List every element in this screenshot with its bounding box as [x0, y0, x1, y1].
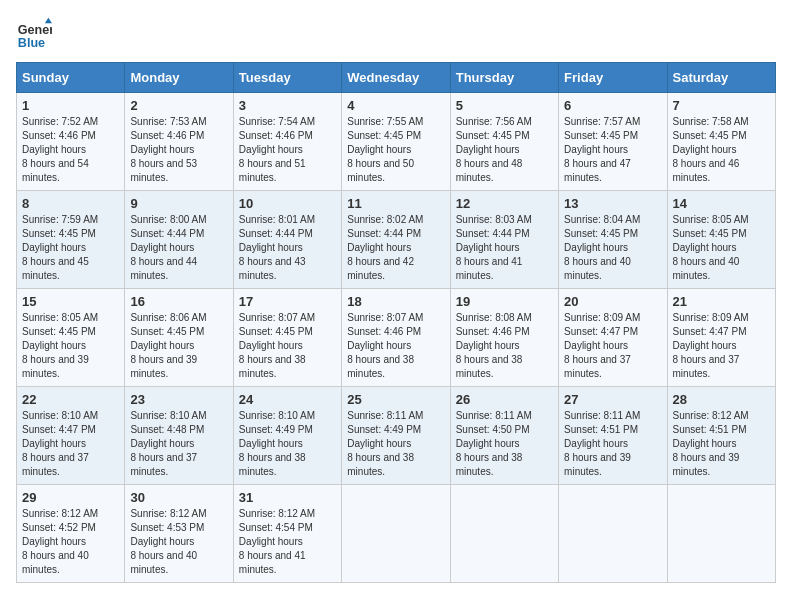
day-number: 21: [673, 294, 770, 309]
day-header-saturday: Saturday: [667, 63, 775, 93]
logo-icon: General Blue: [16, 16, 52, 52]
cell-content: Sunrise: 8:02 AM Sunset: 4:44 PM Dayligh…: [347, 213, 444, 283]
calendar-cell: 17 Sunrise: 8:07 AM Sunset: 4:45 PM Dayl…: [233, 289, 341, 387]
calendar-cell: 26 Sunrise: 8:11 AM Sunset: 4:50 PM Dayl…: [450, 387, 558, 485]
day-number: 1: [22, 98, 119, 113]
calendar-cell: [342, 485, 450, 583]
cell-content: Sunrise: 8:06 AM Sunset: 4:45 PM Dayligh…: [130, 311, 227, 381]
calendar-cell: 20 Sunrise: 8:09 AM Sunset: 4:47 PM Dayl…: [559, 289, 667, 387]
calendar-cell: [667, 485, 775, 583]
cell-content: Sunrise: 8:10 AM Sunset: 4:47 PM Dayligh…: [22, 409, 119, 479]
day-number: 7: [673, 98, 770, 113]
day-header-thursday: Thursday: [450, 63, 558, 93]
header: General Blue: [16, 16, 776, 52]
day-number: 19: [456, 294, 553, 309]
calendar-cell: 24 Sunrise: 8:10 AM Sunset: 4:49 PM Dayl…: [233, 387, 341, 485]
cell-content: Sunrise: 8:07 AM Sunset: 4:46 PM Dayligh…: [347, 311, 444, 381]
calendar-cell: 1 Sunrise: 7:52 AM Sunset: 4:46 PM Dayli…: [17, 93, 125, 191]
cell-content: Sunrise: 8:00 AM Sunset: 4:44 PM Dayligh…: [130, 213, 227, 283]
day-number: 20: [564, 294, 661, 309]
day-number: 5: [456, 98, 553, 113]
day-number: 29: [22, 490, 119, 505]
calendar-cell: [559, 485, 667, 583]
svg-text:Blue: Blue: [18, 36, 45, 50]
cell-content: Sunrise: 7:57 AM Sunset: 4:45 PM Dayligh…: [564, 115, 661, 185]
cell-content: Sunrise: 7:55 AM Sunset: 4:45 PM Dayligh…: [347, 115, 444, 185]
calendar-cell: 3 Sunrise: 7:54 AM Sunset: 4:46 PM Dayli…: [233, 93, 341, 191]
day-number: 2: [130, 98, 227, 113]
calendar-cell: 8 Sunrise: 7:59 AM Sunset: 4:45 PM Dayli…: [17, 191, 125, 289]
calendar-cell: 30 Sunrise: 8:12 AM Sunset: 4:53 PM Dayl…: [125, 485, 233, 583]
calendar-cell: 15 Sunrise: 8:05 AM Sunset: 4:45 PM Dayl…: [17, 289, 125, 387]
calendar-cell: 31 Sunrise: 8:12 AM Sunset: 4:54 PM Dayl…: [233, 485, 341, 583]
cell-content: Sunrise: 8:12 AM Sunset: 4:51 PM Dayligh…: [673, 409, 770, 479]
cell-content: Sunrise: 8:11 AM Sunset: 4:51 PM Dayligh…: [564, 409, 661, 479]
day-number: 22: [22, 392, 119, 407]
cell-content: Sunrise: 8:09 AM Sunset: 4:47 PM Dayligh…: [564, 311, 661, 381]
cell-content: Sunrise: 8:11 AM Sunset: 4:49 PM Dayligh…: [347, 409, 444, 479]
calendar-cell: 14 Sunrise: 8:05 AM Sunset: 4:45 PM Dayl…: [667, 191, 775, 289]
day-number: 18: [347, 294, 444, 309]
day-number: 16: [130, 294, 227, 309]
calendar-cell: 2 Sunrise: 7:53 AM Sunset: 4:46 PM Dayli…: [125, 93, 233, 191]
cell-content: Sunrise: 8:01 AM Sunset: 4:44 PM Dayligh…: [239, 213, 336, 283]
day-number: 26: [456, 392, 553, 407]
cell-content: Sunrise: 7:53 AM Sunset: 4:46 PM Dayligh…: [130, 115, 227, 185]
day-number: 9: [130, 196, 227, 211]
day-number: 15: [22, 294, 119, 309]
calendar-cell: 4 Sunrise: 7:55 AM Sunset: 4:45 PM Dayli…: [342, 93, 450, 191]
cell-content: Sunrise: 8:10 AM Sunset: 4:48 PM Dayligh…: [130, 409, 227, 479]
day-number: 25: [347, 392, 444, 407]
calendar-table: SundayMondayTuesdayWednesdayThursdayFrid…: [16, 62, 776, 583]
calendar-cell: 22 Sunrise: 8:10 AM Sunset: 4:47 PM Dayl…: [17, 387, 125, 485]
cell-content: Sunrise: 7:58 AM Sunset: 4:45 PM Dayligh…: [673, 115, 770, 185]
day-number: 12: [456, 196, 553, 211]
day-number: 27: [564, 392, 661, 407]
cell-content: Sunrise: 8:04 AM Sunset: 4:45 PM Dayligh…: [564, 213, 661, 283]
day-number: 14: [673, 196, 770, 211]
cell-content: Sunrise: 7:59 AM Sunset: 4:45 PM Dayligh…: [22, 213, 119, 283]
cell-content: Sunrise: 8:12 AM Sunset: 4:54 PM Dayligh…: [239, 507, 336, 577]
day-header-friday: Friday: [559, 63, 667, 93]
cell-content: Sunrise: 8:09 AM Sunset: 4:47 PM Dayligh…: [673, 311, 770, 381]
cell-content: Sunrise: 8:05 AM Sunset: 4:45 PM Dayligh…: [22, 311, 119, 381]
calendar-cell: 5 Sunrise: 7:56 AM Sunset: 4:45 PM Dayli…: [450, 93, 558, 191]
day-number: 10: [239, 196, 336, 211]
cell-content: Sunrise: 8:10 AM Sunset: 4:49 PM Dayligh…: [239, 409, 336, 479]
calendar-cell: 18 Sunrise: 8:07 AM Sunset: 4:46 PM Dayl…: [342, 289, 450, 387]
day-number: 17: [239, 294, 336, 309]
calendar-cell: 27 Sunrise: 8:11 AM Sunset: 4:51 PM Dayl…: [559, 387, 667, 485]
calendar-cell: 6 Sunrise: 7:57 AM Sunset: 4:45 PM Dayli…: [559, 93, 667, 191]
calendar-cell: 12 Sunrise: 8:03 AM Sunset: 4:44 PM Dayl…: [450, 191, 558, 289]
day-number: 31: [239, 490, 336, 505]
day-number: 3: [239, 98, 336, 113]
day-number: 24: [239, 392, 336, 407]
day-number: 30: [130, 490, 227, 505]
calendar-cell: 25 Sunrise: 8:11 AM Sunset: 4:49 PM Dayl…: [342, 387, 450, 485]
calendar-cell: 13 Sunrise: 8:04 AM Sunset: 4:45 PM Dayl…: [559, 191, 667, 289]
cell-content: Sunrise: 8:12 AM Sunset: 4:53 PM Dayligh…: [130, 507, 227, 577]
cell-content: Sunrise: 8:08 AM Sunset: 4:46 PM Dayligh…: [456, 311, 553, 381]
cell-content: Sunrise: 7:52 AM Sunset: 4:46 PM Dayligh…: [22, 115, 119, 185]
calendar-cell: 16 Sunrise: 8:06 AM Sunset: 4:45 PM Dayl…: [125, 289, 233, 387]
day-header-tuesday: Tuesday: [233, 63, 341, 93]
cell-content: Sunrise: 8:07 AM Sunset: 4:45 PM Dayligh…: [239, 311, 336, 381]
cell-content: Sunrise: 7:54 AM Sunset: 4:46 PM Dayligh…: [239, 115, 336, 185]
day-header-monday: Monday: [125, 63, 233, 93]
calendar-cell: 10 Sunrise: 8:01 AM Sunset: 4:44 PM Dayl…: [233, 191, 341, 289]
day-number: 23: [130, 392, 227, 407]
cell-content: Sunrise: 8:05 AM Sunset: 4:45 PM Dayligh…: [673, 213, 770, 283]
calendar-cell: 23 Sunrise: 8:10 AM Sunset: 4:48 PM Dayl…: [125, 387, 233, 485]
calendar-cell: 19 Sunrise: 8:08 AM Sunset: 4:46 PM Dayl…: [450, 289, 558, 387]
calendar-cell: 28 Sunrise: 8:12 AM Sunset: 4:51 PM Dayl…: [667, 387, 775, 485]
calendar-cell: 7 Sunrise: 7:58 AM Sunset: 4:45 PM Dayli…: [667, 93, 775, 191]
day-header-sunday: Sunday: [17, 63, 125, 93]
day-number: 4: [347, 98, 444, 113]
day-number: 28: [673, 392, 770, 407]
day-number: 11: [347, 196, 444, 211]
day-number: 6: [564, 98, 661, 113]
svg-marker-2: [45, 18, 52, 23]
logo: General Blue: [16, 16, 52, 52]
day-number: 13: [564, 196, 661, 211]
calendar-cell: 11 Sunrise: 8:02 AM Sunset: 4:44 PM Dayl…: [342, 191, 450, 289]
